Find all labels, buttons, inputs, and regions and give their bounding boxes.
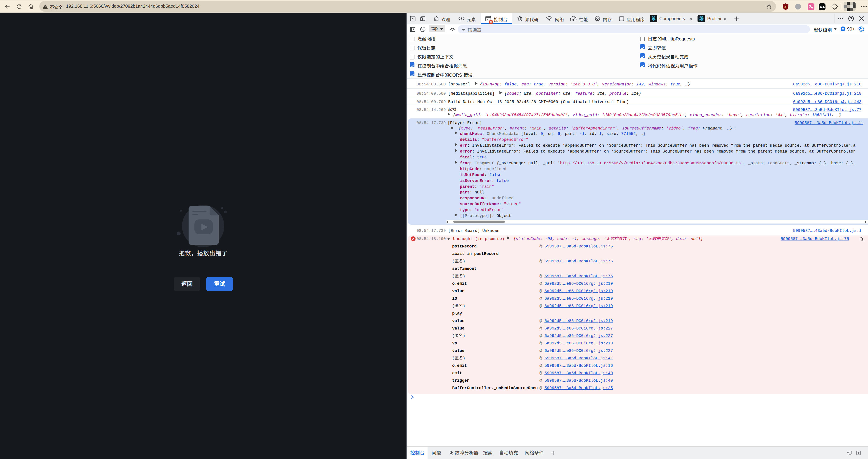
svg-text:U0: U0: [784, 5, 787, 9]
